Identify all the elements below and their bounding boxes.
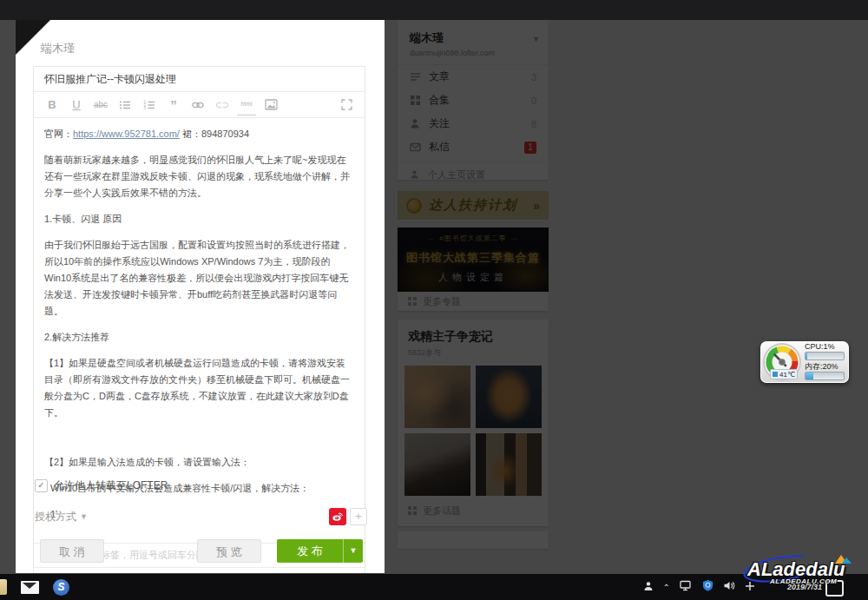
body-link-line: 官网：https://www.952781.com/ 裙：894870934 xyxy=(44,126,354,142)
input-method-icon[interactable] xyxy=(745,579,755,595)
weibo-share-icon[interactable] xyxy=(329,508,346,525)
preview-button[interactable]: 预 览 xyxy=(197,539,261,563)
ordered-list-icon[interactable]: 123 xyxy=(140,96,159,115)
body-heading: 1.卡顿、闪退 原因 xyxy=(44,211,354,227)
memory-usage-bar xyxy=(805,372,845,380)
temperature-readout: 41℃ xyxy=(770,369,798,379)
license-label[interactable]: 授权方式 xyxy=(35,510,76,524)
allow-reprint-row: ✓ 允许他人转载至LOFTER xyxy=(35,478,168,493)
title-input[interactable]: 怀旧服推广记--卡顿闪退处理 xyxy=(34,67,365,92)
tray-expand-icon[interactable]: ⌃ xyxy=(663,583,670,592)
top-bar xyxy=(0,0,868,20)
cpu-bar-fill xyxy=(806,353,807,359)
link-icon[interactable] xyxy=(188,96,207,115)
publish-dropdown-button[interactable]: ▼ xyxy=(343,539,363,563)
taskbar: S ⌃ xyxy=(0,574,868,600)
official-site-link[interactable]: https://www.952781.com/ xyxy=(73,129,180,139)
user-tray-icon[interactable] xyxy=(643,579,654,595)
cancel-button[interactable]: 取 消 xyxy=(40,539,104,563)
cpu-usage-label: CPU:1% xyxy=(805,342,845,351)
fullscreen-icon[interactable] xyxy=(337,96,356,115)
body-blank-line xyxy=(44,431,354,445)
add-share-button[interactable]: + xyxy=(350,508,367,525)
temp-chip-icon xyxy=(773,372,778,377)
unlink-icon[interactable] xyxy=(213,96,232,115)
publish-button[interactable]: 发 布 xyxy=(277,539,343,563)
html-source-icon[interactable]: html xyxy=(237,95,256,115)
svg-text:3: 3 xyxy=(144,106,147,110)
taskbar-app-partial-icon[interactable] xyxy=(0,579,7,595)
editor-toolbar: B U abc 123 ” html xyxy=(34,92,365,118)
temperature-gauge: 41℃ xyxy=(761,341,803,383)
allow-reprint-label: 允许他人转载至LOFTER xyxy=(54,478,168,493)
action-buttons: 取 消 预 览 发 布 ▼ xyxy=(16,539,385,564)
memory-usage-label: 内存:20% xyxy=(805,362,845,371)
blockquote-icon[interactable]: ” xyxy=(164,96,183,115)
unordered-list-icon[interactable] xyxy=(115,96,135,115)
strikethrough-icon[interactable]: abc xyxy=(91,96,110,115)
chevron-down-icon: ▼ xyxy=(80,512,88,521)
allow-reprint-checkbox[interactable]: ✓ xyxy=(35,479,48,492)
underline-icon[interactable]: U xyxy=(67,96,86,115)
sogou-input-icon[interactable]: S xyxy=(53,579,69,596)
volume-icon[interactable] xyxy=(723,579,735,595)
bold-icon[interactable]: B xyxy=(43,96,62,115)
cpu-monitor-widget[interactable]: 41℃ CPU:1% 内存:20% xyxy=(760,341,849,383)
touch-keyboard-icon[interactable] xyxy=(825,580,844,597)
network-tray-icon[interactable] xyxy=(680,579,693,595)
post-editor-modal: 端木瑾 怀旧服推广记--卡顿闪退处理 B U abc 123 ” xyxy=(16,20,385,573)
author-name: 端木瑾 xyxy=(41,41,75,56)
body-paragraph: 随着萌新玩家越来越多，明显感觉我们的怀旧服人气上来了呢~发现现在还有一些玩家在群… xyxy=(44,152,354,201)
cpu-usage-bar xyxy=(805,352,845,360)
body-paragraph: 由于我们怀旧服始于远古国服，配置和设置均按照当时的系统进行搭建，所以10年前的操… xyxy=(44,237,354,320)
body-paragraph: 【2】如果是输入法造成的卡顿，请设置输入法： xyxy=(44,454,354,471)
license-row: 授权方式 ▼ + xyxy=(35,508,367,525)
memory-bar-fill xyxy=(806,373,813,379)
body-heading: 2.解决方法推荐 xyxy=(44,329,354,346)
body-paragraph: 【1】如果是硬盘空间或者机械硬盘运行问题造成的卡顿，请将游戏安装目录（即所有游戏… xyxy=(44,355,354,421)
mail-app-icon[interactable] xyxy=(21,581,39,594)
screen: 端木瑾 duanmujin098.lofter.com ▾ 文章 3 合集 xyxy=(0,0,868,600)
security-shield-icon[interactable] xyxy=(702,579,713,595)
insert-image-icon[interactable] xyxy=(261,96,280,115)
